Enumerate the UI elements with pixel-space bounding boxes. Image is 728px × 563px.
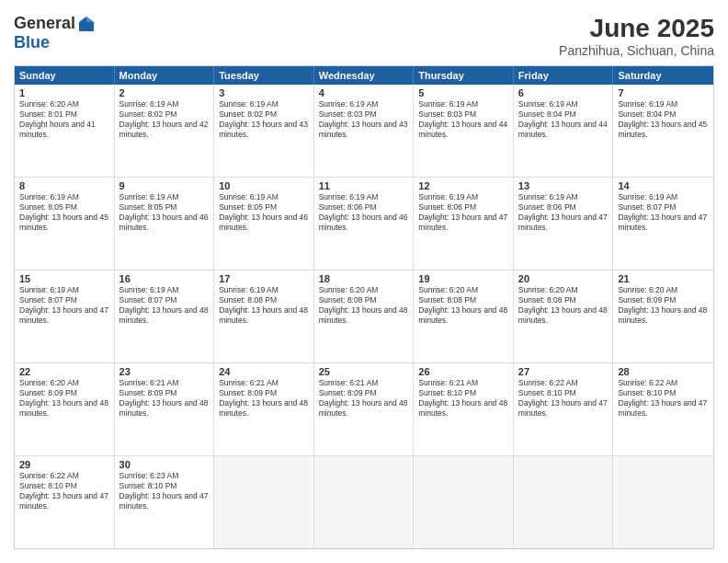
empty-cell-3 — [414, 456, 514, 548]
subtitle: Panzhihua, Sichuan, China — [559, 43, 714, 58]
header-sunday: Sunday — [15, 66, 115, 85]
day-7: 7 Sunrise: 6:19 AMSunset: 8:04 PMDayligh… — [613, 85, 713, 177]
header-thursday: Thursday — [414, 66, 514, 85]
day-11: 11 Sunrise: 6:19 AMSunset: 8:06 PMDaylig… — [314, 178, 415, 270]
header-wednesday: Wednesday — [314, 66, 415, 85]
day-20: 20 Sunrise: 6:20 AMSunset: 8:08 PMDaylig… — [514, 270, 614, 362]
day-5: 5 Sunrise: 6:19 AMSunset: 8:03 PMDayligh… — [414, 85, 514, 177]
empty-cell-2 — [314, 456, 415, 548]
day-14: 14 Sunrise: 6:19 AMSunset: 8:07 PMDaylig… — [613, 178, 713, 270]
header-tuesday: Tuesday — [214, 66, 314, 85]
svg-marker-1 — [86, 17, 94, 22]
day-1-text: Sunrise: 6:20 AMSunset: 8:01 PMDaylight … — [19, 99, 109, 140]
day-30: 30 Sunrise: 6:23 AMSunset: 8:10 PMDaylig… — [115, 456, 215, 548]
day-16: 16 Sunrise: 6:19 AMSunset: 8:07 PMDaylig… — [115, 270, 215, 362]
day-24: 24 Sunrise: 6:21 AMSunset: 8:09 PMDaylig… — [214, 363, 314, 455]
week-row-2: 8 Sunrise: 6:19 AMSunset: 8:05 PMDayligh… — [15, 178, 713, 270]
header-monday: Monday — [115, 66, 215, 85]
header-saturday: Saturday — [613, 66, 713, 85]
day-3: 3 Sunrise: 6:19 AMSunset: 8:02 PMDayligh… — [214, 85, 314, 177]
day-21: 21 Sunrise: 6:20 AMSunset: 8:09 PMDaylig… — [613, 270, 713, 362]
week-row-5: 29 Sunrise: 6:22 AMSunset: 8:10 PMDaylig… — [15, 456, 713, 548]
page: General Blue June 2025 Panzhihua, Sichua… — [0, 0, 728, 563]
logo-icon — [77, 15, 96, 33]
logo: General Blue — [14, 14, 96, 52]
day-29: 29 Sunrise: 6:22 AMSunset: 8:10 PMDaylig… — [15, 456, 115, 548]
calendar-body: 1 Sunrise: 6:20 AMSunset: 8:01 PMDayligh… — [15, 85, 713, 548]
empty-cell-5 — [613, 456, 713, 548]
day-1: 1 Sunrise: 6:20 AMSunset: 8:01 PMDayligh… — [15, 85, 115, 177]
day-22: 22 Sunrise: 6:20 AMSunset: 8:09 PMDaylig… — [15, 363, 115, 455]
day-15: 15 Sunrise: 6:19 AMSunset: 8:07 PMDaylig… — [15, 270, 115, 362]
day-13: 13 Sunrise: 6:19 AMSunset: 8:06 PMDaylig… — [514, 178, 614, 270]
month-title: June 2025 — [559, 14, 714, 43]
day-9: 9 Sunrise: 6:19 AMSunset: 8:05 PMDayligh… — [115, 178, 215, 270]
empty-cell-4 — [514, 456, 614, 548]
day-19: 19 Sunrise: 6:20 AMSunset: 8:08 PMDaylig… — [414, 270, 514, 362]
calendar: Sunday Monday Tuesday Wednesday Thursday… — [14, 65, 714, 549]
day-23: 23 Sunrise: 6:21 AMSunset: 8:09 PMDaylig… — [115, 363, 215, 455]
day-17: 17 Sunrise: 6:19 AMSunset: 8:08 PMDaylig… — [214, 270, 314, 362]
day-num-1: 1 — [19, 87, 109, 98]
week-row-4: 22 Sunrise: 6:20 AMSunset: 8:09 PMDaylig… — [15, 363, 713, 456]
day-28: 28 Sunrise: 6:22 AMSunset: 8:10 PMDaylig… — [613, 363, 713, 455]
calendar-header: Sunday Monday Tuesday Wednesday Thursday… — [15, 66, 713, 85]
header-friday: Friday — [514, 66, 614, 85]
day-2: 2 Sunrise: 6:19 AMSunset: 8:02 PMDayligh… — [115, 85, 215, 177]
logo-general-text: General — [14, 14, 75, 33]
day-6: 6 Sunrise: 6:19 AMSunset: 8:04 PMDayligh… — [514, 85, 614, 177]
title-block: June 2025 Panzhihua, Sichuan, China — [559, 14, 714, 58]
day-12: 12 Sunrise: 6:19 AMSunset: 8:06 PMDaylig… — [414, 178, 514, 270]
day-18: 18 Sunrise: 6:20 AMSunset: 8:08 PMDaylig… — [314, 270, 415, 362]
day-27: 27 Sunrise: 6:22 AMSunset: 8:10 PMDaylig… — [514, 363, 614, 455]
header: General Blue June 2025 Panzhihua, Sichua… — [14, 14, 714, 58]
logo-blue-text: Blue — [14, 33, 50, 52]
empty-cell-1 — [214, 456, 314, 548]
day-8: 8 Sunrise: 6:19 AMSunset: 8:05 PMDayligh… — [15, 178, 115, 270]
day-4: 4 Sunrise: 6:19 AMSunset: 8:03 PMDayligh… — [314, 85, 415, 177]
week-row-3: 15 Sunrise: 6:19 AMSunset: 8:07 PMDaylig… — [15, 270, 713, 363]
day-25: 25 Sunrise: 6:21 AMSunset: 8:09 PMDaylig… — [314, 363, 415, 455]
day-10: 10 Sunrise: 6:19 AMSunset: 8:05 PMDaylig… — [214, 178, 314, 270]
week-row-1: 1 Sunrise: 6:20 AMSunset: 8:01 PMDayligh… — [15, 85, 713, 178]
day-26: 26 Sunrise: 6:21 AMSunset: 8:10 PMDaylig… — [414, 363, 514, 455]
